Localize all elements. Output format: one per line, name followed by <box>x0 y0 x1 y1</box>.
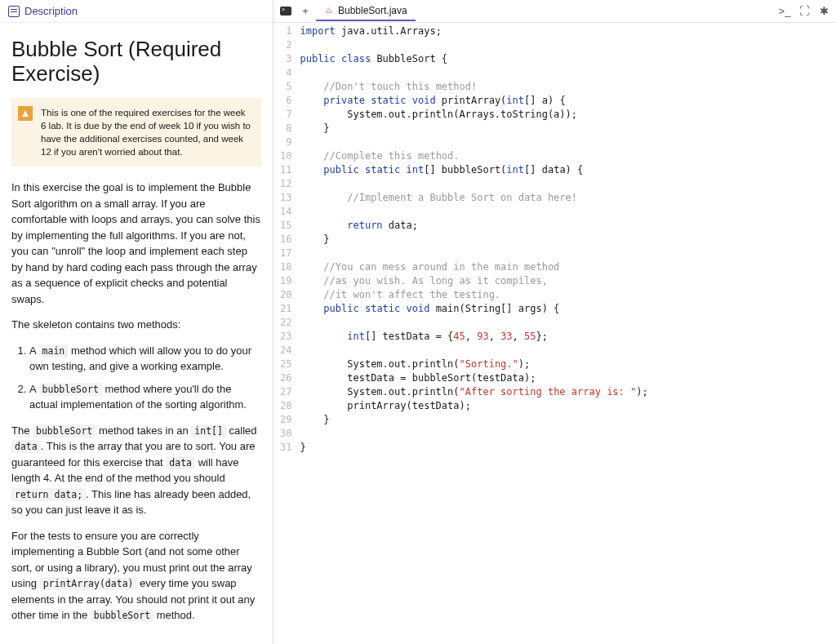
description-paragraph: The skeleton contains two methods: <box>11 317 261 333</box>
warning-icon: ▲ <box>18 106 33 121</box>
console-button[interactable]: >_ <box>776 2 794 20</box>
description-panel: Description Bubble Sort (Required Exerci… <box>0 0 273 644</box>
code-inline: data <box>11 440 41 453</box>
code-inline: bubbleSort <box>33 424 96 437</box>
code-content[interactable]: import java.util.Arrays; public class Bu… <box>300 24 836 644</box>
tab-bar: + ♨ BubbleSort.java >_ ⛶ ✱ <box>273 0 836 23</box>
description-header: Description <box>0 0 273 23</box>
code-inline: bubbleSort <box>39 383 102 396</box>
warning-text: This is one of the required exercises fo… <box>41 108 251 157</box>
fullscreen-button[interactable]: ⛶ <box>795 2 813 20</box>
list-item: A bubbleSort method where you'll do the … <box>29 381 261 413</box>
settings-button[interactable]: ✱ <box>815 2 833 20</box>
method-list: A main method which will allow you to do… <box>29 343 261 413</box>
new-tab-button[interactable]: + <box>296 2 314 20</box>
tab-label: BubbleSort.java <box>338 5 407 16</box>
editor-panel: + ♨ BubbleSort.java >_ ⛶ ✱ 1 2 3 4 5 6 7… <box>273 0 836 644</box>
description-paragraph: In this exercise the goal is to implemen… <box>11 180 261 307</box>
exercise-title: Bubble Sort (Required Exercise) <box>11 38 261 87</box>
description-icon <box>8 6 20 17</box>
code-inline: main <box>39 344 69 358</box>
terminal-icon <box>280 7 291 16</box>
line-gutter: 1 2 3 4 5 6 7 8 9 10 11 12 13 14 15 16 1… <box>273 24 300 644</box>
description-body: Bubble Sort (Required Exercise) ▲ This i… <box>0 23 273 644</box>
file-tab-active[interactable]: ♨ BubbleSort.java <box>316 2 416 21</box>
code-inline: printArray(data) <box>40 577 137 590</box>
code-inline: return data; <box>11 488 86 501</box>
code-inline: data <box>166 456 195 469</box>
code-inline: int[] <box>191 424 226 437</box>
code-editor[interactable]: 1 2 3 4 5 6 7 8 9 10 11 12 13 14 15 16 1… <box>273 23 836 644</box>
description-paragraph: For the tests to ensure you are correctl… <box>11 528 261 624</box>
description-header-label: Description <box>24 5 78 17</box>
terminal-button[interactable] <box>277 2 295 20</box>
code-inline: bubbleSort <box>91 609 153 622</box>
list-item: A main method which will allow you to do… <box>29 343 261 375</box>
warning-box: ▲ This is one of the required exercises … <box>11 98 261 167</box>
description-paragraph: The bubbleSort method takes in an int[] … <box>11 423 261 518</box>
java-file-icon: ♨ <box>324 6 334 16</box>
